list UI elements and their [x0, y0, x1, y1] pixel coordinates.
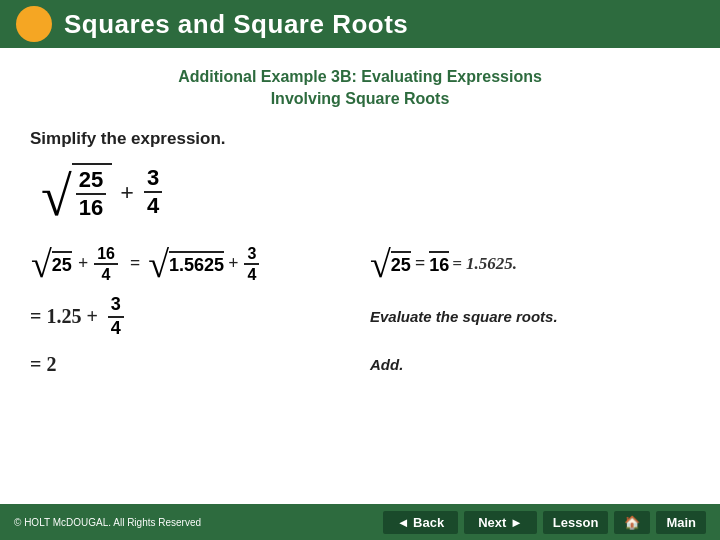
under-radical-1-5625: 1.5625: [169, 251, 224, 276]
step4-note: Add.: [370, 356, 403, 373]
numerator-25: 25: [76, 167, 106, 195]
home-icon: 🏠: [624, 515, 640, 530]
radical-sign-note: √: [370, 245, 391, 283]
equals-3: = 1.25 +: [30, 305, 98, 328]
header: Squares and Square Roots: [0, 0, 720, 48]
plus-sign-2b: +: [228, 253, 238, 274]
lesson-button[interactable]: Lesson: [543, 511, 609, 534]
radical-sign-1: √: [41, 168, 72, 224]
equals-sign-2: =: [130, 253, 140, 274]
radical-sign-3: √: [148, 245, 169, 283]
plus-sign-1: +: [120, 179, 134, 206]
under-radical-note-25: 25: [391, 251, 411, 276]
fraction-3-4-expr1: 3 4: [144, 165, 162, 220]
fraction-3-4-b: 3 4: [244, 244, 259, 284]
step-2-right: √ 25 = 16 = 1.5625.: [370, 245, 690, 283]
step-4-row: = 2 Add.: [30, 353, 690, 376]
subtitle-line2: Involving Square Roots: [271, 90, 450, 107]
next-button[interactable]: Next ►: [464, 511, 537, 534]
num-16: 16: [94, 244, 118, 265]
simplify-label: Simplify the expression.: [30, 129, 690, 149]
under-radical-25: 25: [52, 251, 72, 276]
under-radical-fraction-1: 25 16: [72, 163, 112, 222]
den-4-b: 4: [244, 265, 259, 284]
equals-4: = 2: [30, 353, 56, 376]
step2-note: = 1.5625.: [452, 254, 517, 274]
page-title: Squares and Square Roots: [64, 9, 408, 40]
num-3-b: 3: [244, 244, 259, 265]
step-4-left: = 2: [30, 353, 370, 376]
step3-note: Evaluate the square roots.: [370, 308, 558, 325]
footer: © HOLT McDOUGAL. All Rights Reserved ◄ B…: [0, 504, 720, 540]
back-button[interactable]: ◄ Back: [383, 511, 459, 534]
radical-sign-2: √: [31, 245, 52, 283]
main-button[interactable]: 🏠: [614, 511, 650, 534]
header-circle: [16, 6, 52, 42]
footer-nav-buttons: ◄ Back Next ► Lesson 🏠 Main: [383, 511, 706, 534]
plus-16-over-4-label: +: [78, 253, 88, 274]
numerator-3-a: 3: [144, 165, 162, 193]
fraction-25-16: 25 16: [76, 167, 106, 222]
den-4-c: 4: [108, 318, 124, 340]
step-3-right: Evaluate the square roots.: [370, 308, 690, 325]
expression-1: √ 25 16 + 3 4: [30, 163, 690, 222]
subtitle-line1: Additional Example 3B: Evaluating Expres…: [178, 68, 542, 85]
step-3-row: = 1.25 + 3 4 Evaluate the square roots.: [30, 294, 690, 339]
equals-note: =: [415, 253, 425, 274]
fraction-16-4: 16 4: [94, 244, 118, 284]
step-3-left: = 1.25 + 3 4: [30, 294, 370, 339]
under-radical-note-16: 16: [429, 251, 449, 276]
denominator-4-a: 4: [144, 193, 162, 219]
step-2-left: √ 25 + 16 4 = √ 1.5625 + 3 4: [30, 244, 370, 284]
main-label-button[interactable]: Main: [656, 511, 706, 534]
main-content: Additional Example 3B: Evaluating Expres…: [0, 48, 720, 396]
fraction-3-4-c: 3 4: [108, 294, 124, 339]
footer-copyright: © HOLT McDOUGAL. All Rights Reserved: [14, 517, 201, 528]
den-4: 4: [99, 265, 114, 284]
denominator-16: 16: [76, 195, 106, 221]
step-2-row: √ 25 + 16 4 = √ 1.5625 + 3 4 √ 25 = 16 =…: [30, 244, 690, 284]
num-3-c: 3: [108, 294, 124, 318]
step-4-right: Add.: [370, 356, 690, 373]
subtitle: Additional Example 3B: Evaluating Expres…: [30, 66, 690, 111]
